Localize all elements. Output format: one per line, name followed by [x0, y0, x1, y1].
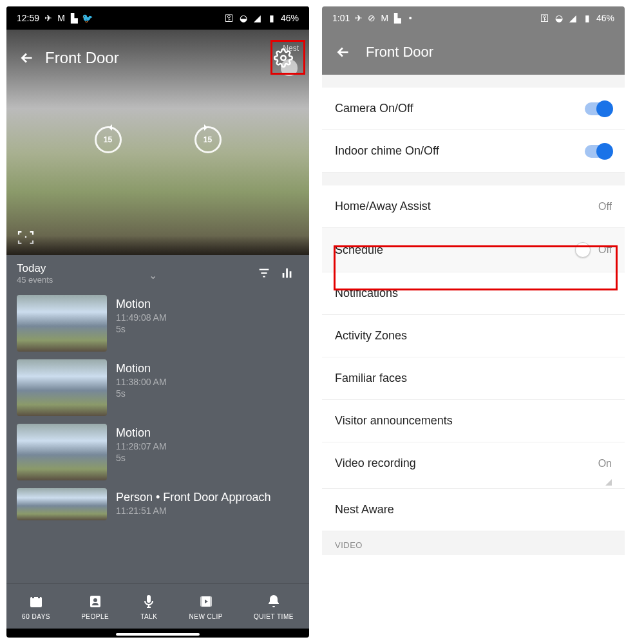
- event-duration: 5s: [116, 388, 167, 399]
- section-header-video: VIDEO: [322, 531, 625, 555]
- setting-home-away[interactable]: Home/Away Assist Off: [322, 185, 625, 228]
- status-left-icons: ✈ M ▙ 🐦: [43, 13, 92, 23]
- settings-button[interactable]: Nest: [268, 43, 299, 73]
- settings-header: Front Door: [322, 30, 625, 75]
- events-header: Today 45 events ⌄: [6, 255, 309, 291]
- event-item[interactable]: Motion 11:38:00 AM 5s: [6, 355, 309, 420]
- status-right-icons: ⚿ ◒ ◢ ▮ 46%: [540, 13, 614, 23]
- expand-chevron-icon[interactable]: ⌄: [53, 265, 252, 281]
- event-item[interactable]: Motion 11:49:08 AM 5s: [6, 291, 309, 355]
- event-title: Motion: [116, 298, 167, 311]
- setting-value: Off: [598, 244, 612, 256]
- svg-rect-12: [210, 596, 212, 607]
- wifi-icon: ◒: [554, 13, 564, 23]
- nav-quiettime[interactable]: QUIET TIME: [254, 592, 294, 620]
- event-time: 11:49:08 AM: [116, 312, 167, 323]
- forward-15-button[interactable]: 15: [194, 126, 222, 153]
- nav-people[interactable]: PEOPLE: [81, 592, 109, 620]
- status-time: 1:01: [332, 13, 350, 23]
- event-time: 11:21:51 AM: [116, 506, 270, 516]
- event-time: 11:38:00 AM: [116, 377, 167, 387]
- svg-rect-5: [32, 595, 34, 598]
- svg-rect-1: [283, 273, 285, 278]
- toggle-camera[interactable]: [585, 102, 612, 115]
- event-item[interactable]: Motion 11:28:07 AM 5s: [6, 420, 309, 484]
- setting-video-recording[interactable]: Video recording On: [322, 442, 625, 489]
- film-icon: [197, 592, 215, 611]
- battery-percent: 46%: [281, 13, 299, 23]
- svg-rect-2: [286, 269, 288, 278]
- avatar-icon: [281, 59, 298, 76]
- bottom-nav: 60 DAYS PEOPLE TALK NEW CLIP QUIET TIME: [6, 583, 309, 629]
- levels-button[interactable]: [276, 261, 299, 285]
- resize-indicator-icon: [605, 479, 612, 486]
- event-duration: 5s: [116, 453, 167, 463]
- battery-icon: ▮: [582, 13, 592, 23]
- nav-talk[interactable]: TALK: [140, 592, 158, 620]
- status-left-icons: ✈ ⊘ M ▙ •: [354, 13, 415, 23]
- events-day: Today: [17, 262, 53, 275]
- status-bar: 12:59 ✈ M ▙ 🐦 ⚿ ◒ ◢ ▮ 46%: [6, 6, 309, 30]
- setting-chime-onoff[interactable]: Indoor chime On/Off: [322, 130, 625, 173]
- page-title: Front Door: [45, 49, 268, 67]
- event-title: Person • Front Door Approach: [116, 491, 270, 504]
- folder-icon: ▙: [392, 13, 402, 23]
- twitter-icon: 🐦: [82, 13, 92, 23]
- setting-notifications[interactable]: Notifications: [322, 272, 625, 315]
- svg-rect-3: [290, 271, 292, 278]
- divider: [322, 75, 625, 88]
- events-list: Today 45 events ⌄ Motion 11:49:08 AM 5s …: [6, 255, 309, 586]
- setting-value: Off: [598, 201, 612, 213]
- gmail-icon: M: [379, 13, 390, 23]
- setting-value: On: [598, 458, 612, 469]
- page-title: Front Door: [366, 44, 433, 61]
- event-duration: 5s: [116, 324, 167, 334]
- setting-schedule[interactable]: Schedule Off: [322, 228, 625, 272]
- back-button[interactable]: [17, 48, 37, 68]
- signal-icon: ◢: [568, 13, 578, 23]
- bell-icon: [265, 592, 283, 611]
- event-item[interactable]: Person • Front Door Approach 11:21:51 AM: [6, 484, 309, 524]
- filter-button[interactable]: [252, 261, 276, 285]
- nav-newclip[interactable]: NEW CLIP: [189, 592, 223, 620]
- setting-nest-aware[interactable]: Nest Aware: [322, 489, 625, 531]
- setting-familiar-faces[interactable]: Familiar faces: [322, 357, 625, 400]
- rewind-15-button[interactable]: 15: [95, 126, 122, 153]
- battery-percent: 46%: [596, 13, 614, 23]
- status-right-icons: ⚿ ◒ ◢ ▮ 46%: [224, 13, 299, 23]
- back-button[interactable]: [335, 43, 353, 61]
- battery-icon: ▮: [267, 13, 277, 23]
- telegram-icon: ✈: [354, 13, 364, 23]
- status-time: 12:59: [17, 13, 39, 23]
- svg-rect-4: [30, 597, 42, 607]
- fullscreen-icon[interactable]: [17, 231, 35, 245]
- settings-list: Camera On/Off Indoor chime On/Off Home/A…: [322, 75, 625, 638]
- compass-icon: ⊘: [366, 13, 377, 23]
- gmail-icon: M: [56, 13, 66, 23]
- svg-rect-6: [38, 595, 40, 598]
- event-title: Motion: [116, 426, 167, 440]
- person-icon: [86, 592, 104, 611]
- setting-visitor-announcements[interactable]: Visitor announcements: [322, 400, 625, 442]
- svg-rect-11: [200, 596, 202, 607]
- home-indicator[interactable]: [116, 633, 200, 636]
- nav-60days[interactable]: 60 DAYS: [22, 592, 50, 620]
- svg-point-8: [93, 598, 97, 602]
- mic-icon: [140, 592, 158, 611]
- toggle-schedule-knob[interactable]: [575, 242, 591, 258]
- event-title: Motion: [116, 362, 167, 375]
- event-thumbnail: [17, 359, 107, 416]
- setting-activity-zones[interactable]: Activity Zones: [322, 315, 625, 357]
- toggle-chime[interactable]: [585, 145, 612, 158]
- events-count: 45 events: [17, 275, 53, 285]
- setting-camera-onoff[interactable]: Camera On/Off: [322, 88, 625, 130]
- camera-screen: 12:59 ✈ M ▙ 🐦 ⚿ ◒ ◢ ▮ 46% 15 15: [6, 6, 309, 638]
- camera-header: Front Door Nest: [6, 39, 309, 77]
- event-time: 11:28:07 AM: [116, 441, 167, 451]
- key-icon: ⚿: [224, 13, 234, 23]
- calendar-icon: [27, 592, 45, 611]
- status-bar: 1:01 ✈ ⊘ M ▙ • ⚿ ◒ ◢ ▮ 46%: [322, 6, 625, 30]
- wifi-icon: ◒: [238, 13, 249, 23]
- key-icon: ⚿: [540, 13, 550, 23]
- event-thumbnail: [17, 488, 107, 520]
